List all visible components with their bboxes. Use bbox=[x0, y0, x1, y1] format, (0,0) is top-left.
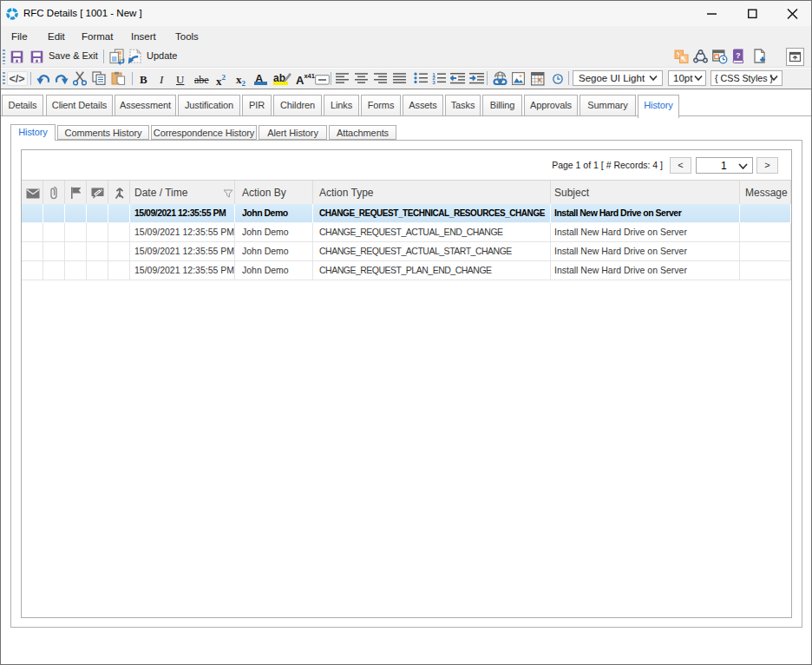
svg-text:</>: </> bbox=[9, 73, 24, 85]
svg-text:?: ? bbox=[736, 51, 741, 60]
svg-text:3: 3 bbox=[432, 80, 435, 85]
